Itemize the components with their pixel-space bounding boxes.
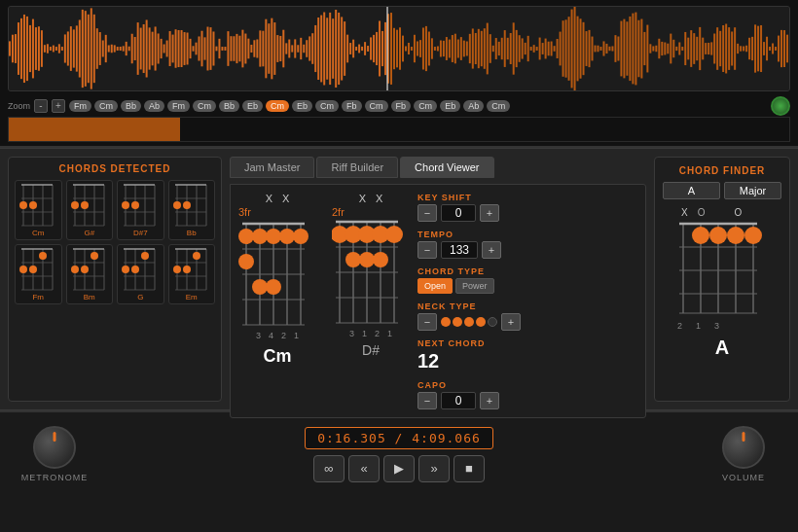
svg-rect-106: [314, 25, 316, 72]
svg-rect-256: [751, 37, 753, 60]
svg-rect-59: [178, 30, 180, 67]
chord-pill[interactable]: Eb: [292, 100, 312, 112]
svg-rect-153: [452, 35, 453, 62]
svg-rect-128: [379, 20, 381, 76]
svg-rect-145: [428, 32, 430, 66]
tempo-plus[interactable]: +: [482, 241, 501, 259]
scroll-button[interactable]: [771, 96, 790, 116]
chord-pill[interactable]: Eb: [242, 100, 263, 112]
chord-pill[interactable]: Ab: [144, 100, 164, 112]
tab-content: X X 3fr: [230, 184, 646, 418]
svg-rect-43: [131, 34, 133, 64]
chord-pill[interactable]: Cm: [487, 100, 510, 112]
svg-rect-220: [646, 25, 648, 73]
chord-diagram-2[interactable]: D#7: [117, 180, 164, 240]
volume-knob[interactable]: [722, 426, 765, 469]
chord-pill[interactable]: Fb: [342, 100, 362, 112]
metronome-knob[interactable]: [33, 426, 76, 469]
chord-pill[interactable]: Fb: [391, 100, 412, 112]
chord-pill[interactable]: Eb: [440, 100, 460, 112]
chord-diagram-5[interactable]: Bm: [66, 244, 114, 304]
svg-rect-120: [355, 47, 357, 51]
loop-button[interactable]: ∞: [313, 455, 345, 482]
play-button[interactable]: ▶: [383, 455, 415, 482]
svg-rect-28: [88, 15, 90, 83]
zoom-bar: Zoom - + FmCmBbAbFmCmBbEbCmEbCmFbCmFbCmE…: [8, 95, 790, 117]
chord-type-power[interactable]: Power: [455, 278, 494, 294]
chord-pill[interactable]: Fm: [69, 100, 91, 112]
tempo-minus[interactable]: −: [417, 241, 437, 259]
svg-rect-184: [542, 43, 544, 54]
svg-rect-17: [55, 47, 57, 51]
svg-rect-44: [134, 37, 136, 60]
chord-diagram-4[interactable]: Fm: [15, 244, 62, 304]
tab-jam-master[interactable]: Jam Master: [230, 157, 314, 178]
key-shift-minus[interactable]: −: [417, 204, 437, 222]
svg-rect-198: [583, 22, 585, 75]
waveform-display: [8, 6, 790, 91]
chord-label-4: Fm: [18, 293, 59, 301]
chord-pill[interactable]: Bb: [121, 100, 141, 112]
svg-rect-50: [152, 32, 154, 66]
chord-pill[interactable]: Cm: [266, 100, 289, 112]
svg-rect-97: [288, 40, 290, 58]
metronome-knob-area: METRONOME: [16, 426, 93, 482]
chord-pill[interactable]: Cm: [365, 100, 388, 112]
tab-riff-builder[interactable]: Riff Builder: [316, 157, 398, 178]
chord-type-open[interactable]: Open: [417, 278, 453, 294]
neck-dot-2[interactable]: [453, 317, 462, 327]
capo-value: 0: [441, 392, 476, 409]
finder-string-numbers: 213: [673, 321, 771, 331]
chord-diagram-6[interactable]: G: [117, 244, 164, 304]
neck-dot-5[interactable]: [488, 317, 497, 327]
svg-rect-80: [238, 36, 240, 62]
tempo-group: TEMPO − 133 +: [417, 230, 521, 259]
tab-chord-viewer[interactable]: Chord Viewer: [400, 157, 493, 178]
chord-pill[interactable]: Fm: [167, 100, 190, 112]
svg-rect-2: [12, 35, 14, 63]
svg-rect-100: [297, 45, 299, 53]
chord-diagram-7[interactable]: Em: [168, 244, 216, 304]
zoom-minus-button[interactable]: -: [34, 99, 48, 113]
finder-type-select[interactable]: Major: [724, 182, 781, 199]
svg-rect-252: [740, 46, 742, 51]
zoom-plus-button[interactable]: +: [52, 99, 65, 113]
svg-rect-176: [519, 35, 521, 62]
chord-diagram-0[interactable]: Cm: [15, 180, 62, 240]
prev-button[interactable]: «: [348, 455, 380, 482]
svg-rect-217: [637, 20, 639, 77]
capo-plus[interactable]: +: [480, 392, 499, 409]
svg-rect-99: [294, 39, 296, 57]
x-mark-3: X: [359, 193, 366, 204]
neck-type-minus[interactable]: −: [417, 313, 437, 331]
svg-rect-24: [76, 25, 78, 71]
neck-dot-3[interactable]: [464, 317, 474, 327]
chord-diagram-3[interactable]: Bb: [168, 180, 216, 240]
chord-pill[interactable]: Ab: [463, 100, 484, 112]
svg-point-387: [345, 252, 361, 267]
mini-waveform[interactable]: [8, 117, 790, 142]
stop-button[interactable]: ■: [453, 455, 485, 482]
chord-pill[interactable]: Cm: [94, 100, 118, 112]
chord-pill[interactable]: Bb: [219, 100, 239, 112]
finder-root-select[interactable]: A: [663, 182, 720, 199]
next-chord-group: NEXT CHORD 12: [417, 338, 521, 372]
svg-rect-3: [15, 34, 17, 63]
capo-minus[interactable]: −: [417, 392, 437, 409]
key-shift-plus[interactable]: +: [480, 204, 499, 222]
neck-type-plus[interactable]: +: [501, 313, 521, 331]
svg-rect-71: [212, 31, 214, 65]
svg-rect-261: [766, 37, 768, 61]
chord-pill[interactable]: Cm: [414, 100, 437, 112]
svg-rect-42: [128, 47, 130, 52]
svg-rect-96: [285, 43, 287, 53]
chord-pill[interactable]: Cm: [193, 100, 216, 112]
svg-point-309: [183, 201, 191, 209]
neck-dot-1[interactable]: [441, 317, 451, 327]
svg-rect-249: [731, 31, 733, 65]
next-button[interactable]: »: [418, 455, 450, 482]
chord-pill[interactable]: Cm: [315, 100, 339, 112]
chord-diagram-1[interactable]: G#: [66, 180, 114, 240]
neck-dot-4[interactable]: [476, 317, 486, 327]
svg-rect-190: [560, 32, 562, 66]
